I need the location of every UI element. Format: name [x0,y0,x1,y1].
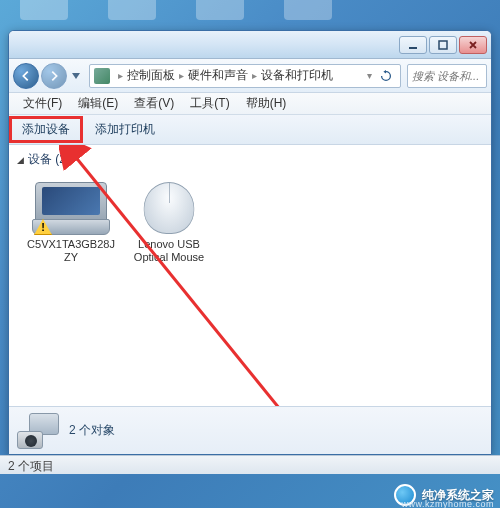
menu-edit[interactable]: 编辑(E) [70,93,126,114]
breadcrumb-dropdown[interactable]: ▾ [367,70,372,81]
devices-printers-icon [17,413,59,449]
navigation-bar: ▸ 控制面板 ▸ 硬件和声音 ▸ 设备和打印机 ▾ [9,59,491,93]
add-device-button[interactable]: 添加设备 [9,116,83,143]
desktop-shortcut[interactable] [284,0,332,20]
status-text: 2 个项目 [8,459,54,473]
group-label: 设备 (2) [28,151,70,168]
menu-bar: 文件(F) 编辑(E) 查看(V) 工具(T) 帮助(H) [9,93,491,115]
laptop-icon: ! [35,182,107,234]
content-area: ◢ 设备 (2) ! C5VX1TA3GB28JZY Lenovo USB Op… [9,145,491,406]
status-bar: 2 个项目 [0,455,500,474]
breadcrumb-separator: ▸ [179,70,184,81]
search-input[interactable] [412,70,482,82]
close-button[interactable] [459,36,487,54]
search-box[interactable] [407,64,487,88]
collapse-arrow-icon: ◢ [17,155,24,165]
device-item-laptop[interactable]: ! C5VX1TA3GB28JZY [27,182,115,264]
forward-button[interactable] [41,63,67,89]
details-pane: 2 个对象 [9,406,491,454]
location-icon [94,68,110,84]
menu-tools[interactable]: 工具(T) [182,93,237,114]
desktop-shortcut[interactable] [108,0,156,20]
refresh-button[interactable] [376,69,396,83]
history-dropdown[interactable] [69,66,83,86]
back-button[interactable] [13,63,39,89]
warning-icon: ! [34,219,52,235]
breadcrumb-item[interactable]: 设备和打印机 [261,67,333,84]
breadcrumb-separator: ▸ [252,70,257,81]
explorer-window: ▸ 控制面板 ▸ 硬件和声音 ▸ 设备和打印机 ▾ 文件(F) 编辑(E) 查看… [8,30,492,455]
group-header-devices[interactable]: ◢ 设备 (2) [9,145,491,174]
breadcrumb-item[interactable]: 硬件和声音 [188,67,248,84]
svg-rect-1 [439,41,447,49]
mouse-icon [144,182,194,234]
watermark-url: www.kzmyhome.com [401,499,494,508]
breadcrumb-separator: ▸ [118,70,123,81]
add-printer-button[interactable]: 添加打印机 [83,117,167,142]
device-item-mouse[interactable]: Lenovo USB Optical Mouse [125,182,213,264]
breadcrumb-item[interactable]: 控制面板 [127,67,175,84]
minimize-button[interactable] [399,36,427,54]
menu-file[interactable]: 文件(F) [15,93,70,114]
device-label: C5VX1TA3GB28JZY [27,238,115,264]
device-label: Lenovo USB Optical Mouse [125,238,213,264]
desktop-shortcut[interactable] [20,0,68,20]
menu-help[interactable]: 帮助(H) [238,93,295,114]
menu-view[interactable]: 查看(V) [126,93,182,114]
window-titlebar [9,31,491,59]
address-bar[interactable]: ▸ 控制面板 ▸ 硬件和声音 ▸ 设备和打印机 ▾ [89,64,401,88]
details-text: 2 个对象 [69,422,115,439]
desktop-shortcut[interactable] [196,0,244,20]
svg-rect-0 [409,47,417,49]
command-toolbar: 添加设备 添加打印机 [9,115,491,145]
maximize-button[interactable] [429,36,457,54]
